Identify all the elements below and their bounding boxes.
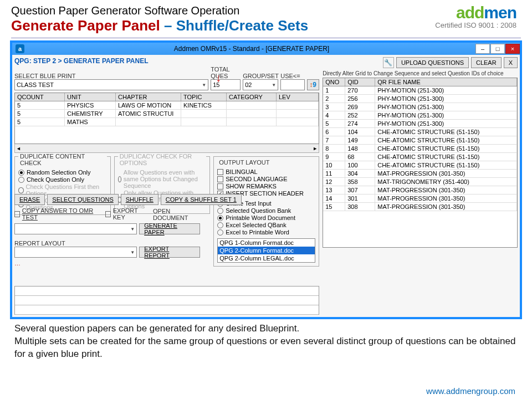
table-row[interactable]: 1270PHY-MOTION (251-300) [323, 86, 517, 95]
certification-label: Certified ISO 9001 : 2008 [435, 21, 516, 29]
output-radio-label: Excel Selected QBank [226, 222, 286, 228]
logo-b: men [484, 3, 516, 22]
copy-answer-checkbox[interactable] [14, 211, 20, 217]
attention-arrow-icon: ↓ [216, 71, 221, 84]
dup-check-radio [18, 187, 24, 193]
divider [11, 38, 521, 38]
table-row[interactable]: 7149CHE-ATOMIC STRUCTURE (51-150) [323, 136, 517, 145]
table-row[interactable]: 4252PHY-MOTION (251-300) [323, 111, 517, 120]
output-check-label: BILINGUAL [226, 168, 257, 175]
list-item[interactable]: QPG 2-Column LEGAL.doc [218, 254, 315, 262]
output-layout: OUTPUT LAYOUT BILINGUALSECOND LANGUAGESH… [213, 156, 319, 267]
table-row[interactable]: 5PHYSICSLAWS OF MOTIONKINETICS [15, 101, 319, 110]
blueprint-value: CLASS TEST [17, 81, 54, 88]
output-layout-legend: OUTPUT LAYOUT [217, 159, 271, 166]
status-ellipsis: … [14, 260, 200, 267]
upload-questions-button[interactable]: UPLOAD QUESTIONS [396, 57, 469, 68]
table-row[interactable]: 5CHEMISTRYATOMIC STRUCTUI [15, 110, 319, 118]
app-icon: a [16, 44, 24, 53]
panel-step-title: QPG: STEP 2 > GENERATE PAPER PANEL [14, 57, 319, 65]
minimize-button[interactable]: – [475, 44, 490, 54]
table-row[interactable]: 5MATHS [15, 118, 319, 126]
table-row[interactable]: 6104CHE-ATOMIC STRUCTURE (51-150) [323, 128, 517, 136]
clear-button[interactable]: CLEAR [471, 57, 502, 68]
export-report-button[interactable]: EXPORT REPORT [139, 247, 200, 258]
table-row[interactable]: 3269PHY-MOTION (251-300) [323, 103, 517, 111]
blueprint-grid[interactable]: QCOUNT UNIT CHAPTER TOPIC CATEGORY LEV 5… [14, 93, 319, 144]
output-radio[interactable] [217, 208, 223, 214]
grid-note: Directly Alter Grid to Change Sequence a… [323, 70, 518, 76]
brand-block: addmen Certified ISO 9001 : 2008 [435, 3, 516, 29]
table-row[interactable]: 15308MAT-PROGRESSION (301-350) [323, 203, 517, 211]
export-key-label: EXPORT KEY [113, 207, 146, 221]
report-layout-select[interactable] [14, 247, 137, 258]
website-link[interactable]: www.addmengroup.com [426, 386, 515, 396]
table-row[interactable]: 11304MAT-PROGRESSION (301-350) [323, 170, 517, 178]
use-input[interactable] [280, 79, 305, 90]
table-row[interactable]: 8148CHE-ATOMIC STRUCTURE (51-150) [323, 145, 517, 153]
group-set-select[interactable]: 02 [243, 79, 278, 90]
dup-check-legend: DUPLICATE CONTENT CHECK [18, 153, 107, 166]
grid-header: QCOUNT UNIT CHAPTER TOPIC CATEGORY LEV [15, 93, 319, 101]
output-radio-label: Excel to Printable Word [226, 229, 289, 236]
output-checkbox[interactable] [217, 176, 223, 182]
question-grid[interactable]: QNO QID QR FILE NAME 1270PHY-MOTION (251… [323, 78, 518, 248]
table-row[interactable]: 2256PHY-MOTION (251-300) [323, 95, 517, 103]
q-grid-header: QNO QID QR FILE NAME [323, 78, 517, 86]
window-title: Addmen OMRv15 - Standard - [GENERATE PAP… [28, 45, 475, 53]
output-radio[interactable] [217, 222, 223, 228]
output-radio-label: Printable Word Document [226, 214, 295, 221]
wrench-icon: 🔧 [384, 59, 392, 66]
output-radio[interactable] [217, 215, 223, 221]
list-item[interactable]: QPG 2-Column Format.doc [218, 247, 315, 254]
duplicacy-check-options: DUPLICACY CHECK FOR OPTIONS Allow Questi… [114, 156, 211, 214]
list-item[interactable]: QPG 1-Column Format.doc [218, 239, 315, 247]
logo-a: add [456, 3, 484, 22]
desc-line-1: Several question papers can be generated… [14, 323, 518, 335]
copy-answer-label: COPY ANSWER TO OMR TEST [22, 207, 99, 221]
blueprint-select[interactable]: CLASS TEST [14, 79, 208, 90]
table-row[interactable]: 13307MAT-PROGRESSION (301-350) [323, 186, 517, 195]
maximize-button[interactable]: □ [490, 44, 505, 54]
output-check-label: SECOND LANGUAGE [226, 176, 287, 182]
omr-test-select[interactable] [14, 223, 137, 234]
shuffle-button[interactable]: SHUFFLE [121, 194, 158, 205]
erase-button[interactable]: ERASE [14, 194, 45, 205]
table-row[interactable]: 14301MAT-PROGRESSION (301-350) [323, 195, 517, 203]
desc-line-2: Multiple sets can be created for the sam… [14, 335, 518, 361]
output-checkbox[interactable] [217, 169, 223, 175]
export-key-checkbox[interactable] [105, 211, 111, 217]
document-template-list[interactable]: QPG 1-Column Format.docQPG 2-Column Form… [217, 238, 315, 263]
dup-check-radio[interactable] [18, 177, 24, 183]
table-row[interactable]: 10100CHE-ATOMIC STRUCTURE (51-150) [323, 161, 517, 170]
output-radio[interactable] [217, 229, 223, 236]
output-checkbox[interactable] [217, 183, 223, 190]
open-document-label: OPEN DOCUMENT [153, 208, 200, 221]
blueprint-label: SELECT BLUE PRINT [14, 73, 208, 79]
use-label: USE<= [280, 73, 305, 79]
close-panel-button[interactable]: X [504, 57, 518, 68]
app-window: a Addmen OMRv15 - Standard - [GENERATE P… [10, 40, 522, 319]
group-set-label: GROUP/SET [243, 73, 278, 79]
output-check-label: SHOW REMARKS [226, 183, 277, 190]
doc-title-a: Generate Paper Panel [11, 17, 160, 34]
horizontal-scrollbar[interactable]: ◄► [14, 144, 319, 153]
table-row[interactable]: 12358MAT-TRIGONOMETRY (351-400) [323, 178, 517, 186]
dup-opt-radio [118, 176, 121, 182]
group-set-value: 02 [245, 81, 252, 88]
close-button[interactable]: × [505, 44, 520, 54]
dup-check-option-label: Random Selection Only [27, 169, 91, 176]
footer-grid [14, 286, 319, 315]
table-row[interactable]: 968CHE-ATOMIC STRUCTURE (51-150) [323, 153, 517, 161]
titlebar: a Addmen OMRv15 - Standard - [GENERATE P… [12, 43, 520, 55]
dup-opt-legend: DUPLICACY CHECK FOR OPTIONS [118, 153, 207, 166]
generate-paper-button[interactable]: GENERATE PAPER [139, 223, 200, 234]
copy-shuffle-button[interactable]: COPY & SHUFFLE SET 1 [161, 194, 242, 205]
settings-button[interactable]: 🔧 [383, 57, 394, 68]
table-row[interactable]: 5274PHY-MOTION (251-300) [323, 120, 517, 128]
refresh-shuffle-button[interactable]: ↕9 [307, 79, 319, 90]
dup-check-radio[interactable] [18, 170, 24, 176]
output-radio-label: Selected Question Bank [226, 207, 291, 214]
select-questions-button[interactable]: SELECT QUESTIONS [47, 194, 118, 205]
dup-opt-option-label: Allow Questions even with same Options b… [124, 169, 206, 189]
